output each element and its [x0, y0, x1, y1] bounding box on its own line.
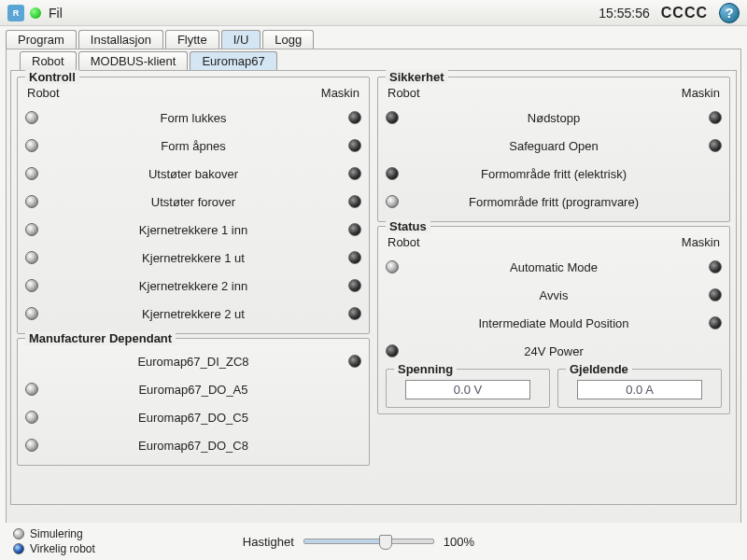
tab-installasjon[interactable]: Installasjon — [78, 30, 163, 49]
file-menu[interactable]: Fil — [49, 6, 63, 21]
ur-logo: R — [7, 5, 24, 21]
footer-bar: Simulering Virkelig robot Hastighet 100% — [0, 523, 747, 560]
signal-row: Form lukkes — [25, 104, 361, 132]
signal-row: Euromap67_DO_C5 — [25, 403, 361, 431]
led-robot — [25, 307, 38, 320]
radio-simulation[interactable]: Simulering — [13, 527, 95, 540]
led-maskin — [348, 167, 361, 180]
led-robot — [25, 167, 38, 180]
group-title: Gjeldende — [566, 362, 632, 376]
signal-row: Kjernetrekkere 2 inn — [25, 272, 361, 300]
signal-label: Utstøter forover — [38, 195, 348, 209]
group-title: Status — [386, 219, 430, 233]
radio-real-robot[interactable]: Virkelig robot — [13, 542, 95, 555]
led-robot — [386, 195, 399, 208]
signal-label: Nødstopp — [399, 111, 709, 125]
col-robot: Robot — [27, 86, 60, 100]
signal-row: Euromap67_DI_ZC8 — [25, 347, 361, 375]
signal-row: Form åpnes — [25, 132, 361, 160]
signal-label: Kjernetrekkere 1 inn — [38, 223, 348, 237]
subtab-robot[interactable]: Robot — [20, 51, 77, 70]
signal-label: 24V Power — [399, 344, 709, 358]
tab-program[interactable]: Program — [6, 30, 77, 49]
led-robot — [25, 139, 38, 152]
signal-row: Kjernetrekkere 1 inn — [25, 216, 361, 244]
tab-iu[interactable]: I/U — [221, 30, 261, 49]
group-status: Status RobotMaskin Automatic ModeAvvisIn… — [377, 226, 730, 414]
signal-row: Safeguard Open — [386, 132, 722, 160]
led-robot — [25, 411, 38, 424]
led-robot — [386, 111, 399, 124]
led-maskin — [348, 279, 361, 292]
group-spenning: Spenning 0.0 V — [386, 369, 550, 408]
group-title: Sikkerhet — [386, 70, 448, 84]
led-maskin — [709, 111, 722, 124]
col-robot: Robot — [388, 235, 420, 249]
signal-label: Kjernetrekkere 2 ut — [38, 307, 348, 321]
signal-label: Kjernetrekkere 2 inn — [38, 279, 348, 293]
signal-row: Formområde fritt (elektrisk) — [386, 160, 722, 188]
signal-row: Euromap67_DO_C8 — [25, 431, 361, 459]
group-gjeldende: Gjeldende 0.0 A — [557, 369, 722, 408]
led-maskin — [348, 111, 361, 124]
inner-panel: Kontroll RobotMaskin Form lukkesForm åpn… — [10, 70, 737, 505]
signal-row: Intermediate Mould Position — [386, 309, 722, 337]
subtab-modbus[interactable]: MODBUS-klient — [78, 51, 189, 70]
speed-label: Hastighet — [243, 535, 294, 549]
signal-row: Kjernetrekkere 1 ut — [25, 244, 361, 272]
signal-row: Avvis — [386, 281, 722, 309]
help-icon[interactable]: ? — [719, 3, 740, 23]
signal-row: Automatic Mode — [386, 253, 722, 281]
led-robot — [25, 111, 38, 124]
status-text: CCCC — [661, 5, 708, 21]
signal-row: Utstøter forover — [25, 188, 361, 216]
sub-tabs: Robot MODBUS-klient Euromap67 — [10, 51, 737, 70]
signal-row: Euromap67_DO_A5 — [25, 375, 361, 403]
led-robot — [25, 195, 38, 208]
led-robot — [386, 344, 399, 357]
tab-logg[interactable]: Logg — [262, 30, 314, 49]
led-maskin — [348, 251, 361, 264]
led-robot — [386, 167, 399, 180]
led-maskin — [709, 316, 722, 329]
slider-thumb[interactable] — [379, 535, 392, 550]
led-robot — [25, 251, 38, 264]
group-title: Kontroll — [25, 70, 79, 84]
signal-label: Euromap67_DO_C8 — [38, 439, 348, 453]
signal-label: Utstøter bakover — [38, 167, 348, 181]
col-robot: Robot — [388, 86, 420, 100]
subtab-euromap67[interactable]: Euromap67 — [190, 51, 276, 70]
radio-icon — [13, 528, 24, 539]
group-title: Spenning — [394, 362, 457, 376]
led-maskin — [348, 355, 361, 368]
led-maskin — [348, 139, 361, 152]
voltage-value: 0.0 V — [405, 380, 530, 399]
group-sikkerhet: Sikkerhet RobotMaskin NødstoppSafeguard … — [377, 77, 730, 222]
led-robot — [25, 383, 38, 396]
current-value: 0.0 A — [577, 380, 702, 399]
led-maskin — [348, 307, 361, 320]
signal-row: Kjernetrekkere 2 ut — [25, 300, 361, 328]
led-robot — [25, 439, 38, 452]
radio-icon — [13, 543, 24, 554]
group-title: Manufacturer Dependant — [25, 331, 176, 345]
led-robot — [25, 223, 38, 236]
signal-row: Formområde fritt (programvare) — [386, 188, 722, 216]
main-tabs: Program Installasjon Flytte I/U Logg — [0, 26, 747, 49]
led-robot — [386, 260, 399, 273]
signal-label: Formområde fritt (programvare) — [399, 195, 709, 209]
group-manufacturer: Manufacturer Dependant Euromap67_DI_ZC8E… — [17, 338, 370, 466]
col-maskin: Maskin — [682, 86, 720, 100]
signal-row: Utstøter bakover — [25, 160, 361, 188]
outer-panel: Robot MODBUS-klient Euromap67 Kontroll R… — [6, 49, 741, 538]
led-maskin — [709, 139, 722, 152]
led-robot — [25, 279, 38, 292]
speed-slider[interactable] — [303, 539, 434, 544]
led-maskin — [709, 288, 722, 301]
tab-flytte[interactable]: Flytte — [165, 30, 219, 49]
signal-label: Formområde fritt (elektrisk) — [399, 167, 709, 181]
signal-label: Euromap67_DO_A5 — [38, 383, 348, 397]
col-maskin: Maskin — [321, 86, 359, 100]
slider-fill — [304, 539, 382, 543]
group-kontroll: Kontroll RobotMaskin Form lukkesForm åpn… — [17, 77, 370, 334]
